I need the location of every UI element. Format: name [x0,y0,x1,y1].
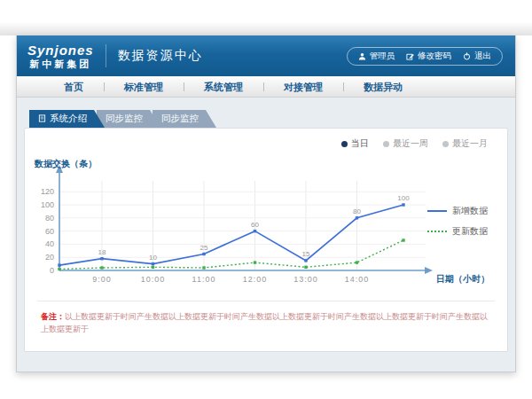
radio-最近一月[interactable]: 最近一月 [442,137,488,150]
change-password-button[interactable]: 修改密码 [406,51,451,62]
nav-item-首页[interactable]: 首页 [43,76,104,97]
legend-item-新增数据: 新增数据 [427,205,488,217]
brand-logo-subtext: 新中新集团 [27,59,94,69]
user-menu-label: 管理员 [370,51,395,62]
nav-item-标准管理[interactable]: 标准管理 [104,76,184,97]
header-divider [106,44,106,67]
legend-swatch-icon [427,210,447,212]
legend-swatch-icon [427,231,447,232]
svg-text:0: 0 [50,266,54,275]
radio-最近一周[interactable]: 最近一周 [383,137,428,150]
footnote: 备注：以上数据更新于时间产生数据以上数据更新于时间产生数据以上数据更新于时间产生… [37,301,495,335]
edit-icon [406,52,414,60]
logout-label: 退出 [474,51,491,62]
page-title: 数据资源中心 [118,48,203,64]
radio-dot-icon [442,141,449,147]
user-toolbar: 管理员 修改密码 退出 [347,47,504,66]
content-panel: 当日最近一周最近一月 0204060801001209:0010:0011:00… [24,128,508,352]
svg-text:60: 60 [45,227,54,236]
radio-label: 最近一周 [393,137,428,150]
svg-text:数据交换（条）: 数据交换（条） [34,159,97,168]
top-shadow-band [0,23,532,35]
svg-text:12:00: 12:00 [243,275,268,284]
svg-text:11:00: 11:00 [192,275,216,284]
tab-label: 同步监控 [106,113,143,125]
svg-text:15: 15 [302,250,310,258]
svg-text:60: 60 [251,221,259,229]
svg-text:80: 80 [353,207,361,215]
footnote-prefix: 备注： [41,312,65,321]
user-menu-button[interactable]: 管理员 [358,51,395,62]
svg-text:40: 40 [45,239,54,248]
page: Synjones 新中新集团 数据资源中心 管理员 修改密码 [0,0,532,399]
radio-dot-icon [341,141,348,147]
app-window: Synjones 新中新集团 数据资源中心 管理员 修改密码 [16,35,516,372]
svg-text:9:00: 9:00 [92,275,112,284]
legend-label: 更新数据 [452,225,488,238]
footnote-text: 以上数据更新于时间产生数据以上数据更新于时间产生数据以上数据更新于时间产生数据以… [41,312,488,333]
radio-label: 最近一月 [452,137,488,150]
chart-legend: 新增数据更新数据 [427,205,488,238]
nav-item-数据异动[interactable]: 数据异动 [343,76,423,97]
radio-dot-icon [383,141,389,147]
brand-logo-text: Synjones [27,43,94,57]
svg-text:18: 18 [98,248,106,256]
document-icon [38,113,46,124]
logout-button[interactable]: 退出 [463,51,491,62]
brand-logo: Synjones 新中新集团 [27,43,94,69]
svg-text:14:00: 14:00 [345,275,370,284]
svg-text:20: 20 [45,253,54,262]
tab-bar: 系统介绍同步监控同步监控 [29,110,508,128]
tab-label: 系统介绍 [50,113,87,125]
app-header: Synjones 新中新集团 数据资源中心 管理员 修改密码 [17,35,515,76]
tab-同步监控-1[interactable]: 同步监控 [97,110,160,128]
svg-text:100: 100 [397,194,410,202]
legend-item-更新数据: 更新数据 [427,225,488,238]
date-range-filter: 当日最近一周最近一月 [25,129,507,150]
chart-container: 0204060801001209:0010:0011:0012:0013:001… [33,156,507,289]
svg-text:10:00: 10:00 [141,275,166,284]
tab-同步监控-2[interactable]: 同步监控 [153,110,216,128]
svg-text:10: 10 [149,254,157,262]
svg-text:日期（小时）: 日期（小时） [436,274,489,284]
content-area: 系统介绍同步监控同步监控 当日最近一周最近一月 0204060801001209… [17,98,515,352]
nav-item-系统管理[interactable]: 系统管理 [184,76,263,97]
radio-label: 当日 [351,137,369,150]
tab-系统介绍-0[interactable]: 系统介绍 [29,110,105,128]
main-nav: 首页标准管理系统管理对接管理数据异动 [17,76,515,98]
tab-label: 同步监控 [161,113,199,125]
svg-text:120: 120 [41,187,54,196]
radio-当日[interactable]: 当日 [341,137,369,150]
nav-item-对接管理[interactable]: 对接管理 [263,76,343,97]
user-icon [358,52,366,60]
svg-text:80: 80 [45,214,54,223]
svg-text:13:00: 13:00 [293,275,318,284]
svg-text:25: 25 [200,244,208,252]
power-icon [463,52,471,60]
svg-text:100: 100 [41,200,54,209]
change-password-label: 修改密码 [418,51,451,62]
legend-label: 新增数据 [452,205,488,217]
